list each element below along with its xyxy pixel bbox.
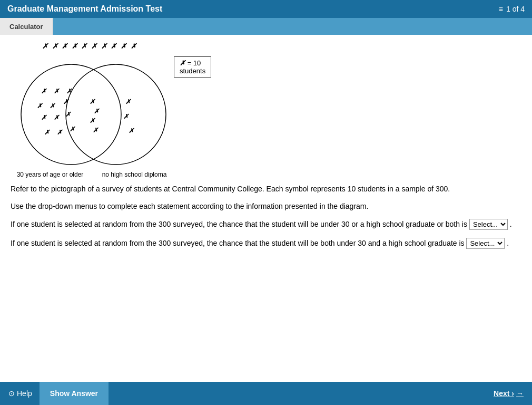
venn-label-right: no high school diploma (95, 171, 174, 178)
venn-svg: ✗ ✗ ✗ ✗ ✗ ✗ ✗ ✗ ✗ ✗ ✗ ✗ ✗ ✗ ✗ ✗ (11, 51, 179, 167)
help-icon: ⊙ (8, 389, 15, 398)
svg-text:✗: ✗ (123, 113, 130, 120)
statement-2: If one student is selected at random fro… (11, 237, 521, 249)
top-symbols-row: ✗ ✗ ✗ ✗ ✗ ✗ ✗ ✗ ✗ ✗ (42, 42, 253, 50)
statement2-after: . (507, 239, 509, 247)
venn-container: ✗ = 10 students ✗ ✗ ✗ ✗ ✗ ✗ ✗ ✗ (11, 51, 179, 178)
footer: ⊙ Help Show Answer Next › → (0, 382, 532, 405)
svg-text:✗: ✗ (90, 117, 96, 124)
statement2-before: If one student is selected at random fro… (11, 239, 465, 247)
svg-text:✗: ✗ (93, 127, 99, 134)
dropdown-2[interactable]: Select... 1/6 1/3 1/2 2/3 5/6 1 (466, 238, 505, 249)
svg-text:✗: ✗ (54, 114, 60, 121)
calculator-tab[interactable]: Calculator (0, 18, 53, 35)
legend-box: ✗ = 10 students (174, 56, 211, 78)
help-label: Help (17, 389, 32, 398)
help-button[interactable]: ⊙ Help (8, 389, 32, 398)
svg-point-0 (21, 64, 121, 165)
svg-text:✗: ✗ (125, 98, 132, 105)
venn-labels: 30 years of age or older no high school … (11, 171, 174, 178)
svg-text:✗: ✗ (65, 111, 72, 118)
show-answer-button[interactable]: Show Answer (40, 382, 109, 405)
footer-left: ⊙ Help Show Answer (8, 382, 109, 405)
progress-indicator: ≡ 1 of 4 (499, 5, 525, 13)
svg-text:✗: ✗ (94, 108, 100, 115)
svg-point-1 (66, 64, 166, 165)
svg-text:✗: ✗ (41, 114, 47, 121)
statement-1: If one student is selected at random fro… (11, 218, 521, 230)
svg-text:✗: ✗ (90, 98, 96, 105)
legend-symbol: ✗ (180, 59, 185, 67)
svg-text:✗: ✗ (57, 129, 63, 136)
svg-text:✗: ✗ (129, 127, 135, 134)
svg-text:✗: ✗ (50, 102, 56, 110)
progress-icon: ≡ (499, 5, 503, 13)
intro-text: Refer to the pictograph of a survey of s… (11, 184, 521, 195)
app-header: Graduate Management Admission Test ≡ 1 o… (0, 0, 532, 18)
svg-text:✗: ✗ (54, 88, 60, 95)
progress-text: 1 of 4 (506, 5, 525, 13)
svg-text:✗: ✗ (41, 88, 47, 95)
dropdown-1[interactable]: Select... 1/6 1/3 1/2 2/3 5/6 1 (469, 219, 508, 230)
venn-label-left: 30 years of age or older (11, 171, 90, 178)
show-answer-label: Show Answer (50, 389, 98, 398)
instruction-text: Use the drop-down menus to complete each… (11, 201, 521, 212)
svg-text:✗: ✗ (44, 129, 51, 136)
next-button[interactable]: Next › → (494, 389, 524, 398)
statement1-before: If one student is selected at random fro… (11, 220, 467, 228)
venn-diagram-area: ✗ ✗ ✗ ✗ ✗ ✗ ✗ ✗ ✗ ✗ ✗ = 10 students ✗ ✗ … (11, 42, 253, 178)
next-label: Next › (494, 389, 514, 398)
statement1-after: . (510, 220, 512, 228)
next-arrow-icon: → (516, 389, 524, 398)
svg-text:✗: ✗ (70, 126, 76, 133)
app-title: Graduate Management Admission Test (7, 4, 162, 14)
main-content: ✗ ✗ ✗ ✗ ✗ ✗ ✗ ✗ ✗ ✗ ✗ = 10 students ✗ ✗ … (0, 35, 532, 379)
tabbar: Calculator (0, 18, 532, 35)
svg-text:✗: ✗ (37, 102, 43, 110)
